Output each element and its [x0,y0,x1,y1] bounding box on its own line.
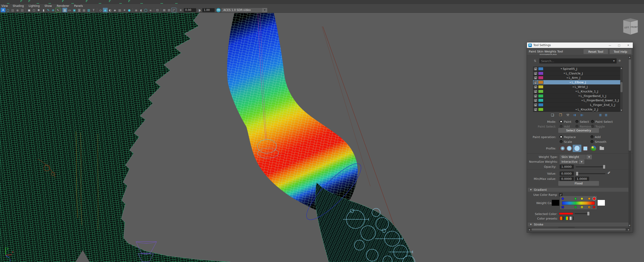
xray-icon[interactable]: ⊞ [162,8,167,12]
influence-row[interactable]: ▾ L_Knuckle_2_J [533,107,620,112]
menu-shading[interactable]: Shading [12,4,24,7]
menu-panels[interactable]: Panels [74,4,83,7]
scroll-down-icon[interactable]: ▼ [621,109,622,111]
lights-icon[interactable]: ☀ [122,8,127,12]
influence-row[interactable]: ▾ L_Arm_J [533,76,620,80]
move-weights-left-icon[interactable]: ⇇ [580,113,584,117]
copy-weights-icon[interactable]: ❏ [551,113,554,117]
selected-color-slider[interactable] [574,213,589,214]
brush-soft-icon[interactable] [566,145,572,151]
influence-row[interactable]: ▾ L_Knuckle_1_J [533,89,620,94]
ramp-delete-stop[interactable]: ✕ [574,206,577,208]
contrast-icon[interactable]: ◑ [197,8,202,12]
color-ramp-bar[interactable] [562,201,595,205]
color-preset-grayscale[interactable] [570,216,574,220]
menu-renderer[interactable]: Renderer [57,4,69,7]
joint-color-swatch[interactable] [538,90,544,93]
safe-action-icon[interactable]: ▥ [86,8,91,12]
flood-button[interactable]: Flood [558,181,599,186]
sort-list-icon[interactable]: ≣ [605,113,608,117]
normalize-weights-dropdown-arrow[interactable]: ▼ [579,159,584,164]
tree-expand-icon[interactable]: ▾ [567,77,568,79]
ambient-occlusion-icon[interactable]: ◉ [134,8,138,12]
lock-icon[interactable] [534,108,538,111]
scroll-up-icon[interactable]: ▲ [621,67,622,69]
section-collapse-icon[interactable]: ▼ [530,223,532,226]
scrollbar-thumb[interactable] [532,229,626,231]
airbrush-icon[interactable]: ✎ [46,8,51,12]
normalize-weights-dropdown[interactable]: Interactive [560,159,578,164]
value-slider[interactable] [576,173,605,174]
paint-select-icon[interactable]: ◉ [15,8,20,12]
snap-move-icon[interactable]: ⊕ [51,8,56,12]
op-smooth-radio[interactable] [590,140,594,143]
min-value-field[interactable]: 0.0000 [560,177,574,181]
scrollbar-thumb[interactable] [629,59,631,151]
brush-solid-icon[interactable] [574,145,580,151]
lock-icon[interactable] [534,72,538,75]
menu-view[interactable]: View [1,4,8,7]
pencil-tool-icon[interactable]: ✎ [56,8,60,12]
section-collapse-icon[interactable]: ▼ [530,189,532,191]
use-all-lights-icon[interactable]: ▩ [117,8,122,12]
browse-brush-folder-icon[interactable] [600,147,604,150]
op-add-radio[interactable] [590,135,594,138]
mode-paint-radio[interactable] [560,120,562,123]
value-field[interactable]: 0.0000 [560,171,574,176]
mode-paint-label[interactable]: Paint [564,120,571,124]
opacity-field[interactable]: 1.0000 [560,164,574,169]
weight-color-high-swatch[interactable] [597,200,605,206]
isolate-select-icon[interactable]: ⊡ [155,8,160,12]
textured-mode-icon[interactable]: ◈ [112,8,117,12]
mode-select-label[interactable]: Select [580,120,589,124]
joint-color-swatch[interactable] [538,94,544,98]
scroll-down-icon[interactable]: ▼ [629,225,630,227]
paste-weights-icon[interactable]: ❐ [559,113,562,117]
lock-icon[interactable] [534,85,538,89]
show-influence-icon[interactable]: ≣ [599,113,602,117]
joint-color-swatch[interactable] [538,81,544,84]
move-weights-right-icon[interactable]: ⇉ [573,113,576,117]
panel-vertical-scrollbar[interactable]: ▲ ▼ [628,56,631,227]
minimize-button[interactable]: — [605,42,614,48]
color-ramp-widget[interactable]: ✕ ✕ ✕ ✕ ✕ [560,196,597,209]
influence-list-scrollbar[interactable]: ▲ ▼ [620,67,623,112]
weight-type-dropdown-arrow[interactable]: ▼ [586,155,592,159]
op-smooth-label[interactable]: Smooth [595,140,606,143]
hammer-weights-icon[interactable]: ⚒ [566,113,569,117]
motion-blur-icon[interactable]: ◖ [138,8,143,12]
search-dropdown-arrow-icon[interactable]: ▼ [613,60,616,62]
joint-color-swatch[interactable] [538,67,544,71]
joint-color-swatch[interactable] [538,99,544,102]
mode-paint-select-label[interactable]: Paint Select [595,120,613,124]
joint-color-swatch[interactable] [538,72,544,75]
scroll-left-icon[interactable]: ◀ [528,229,530,231]
scroll-up-icon[interactable]: ▲ [629,56,630,58]
field-chart-icon[interactable]: ▩ [82,8,86,12]
ramp-stop-handle[interactable] [581,197,583,200]
wireframe-mode-icon[interactable]: ◇ [98,8,103,12]
op-scale-label[interactable]: Scale [564,140,572,143]
view-cube-front-label[interactable]: FRONT [631,26,638,28]
select-tool-icon[interactable]: A [1,8,6,12]
exposure-icon[interactable]: ✳ [178,8,183,12]
opacity-slider[interactable] [576,166,605,167]
lock-icon[interactable] [534,81,538,84]
influence-row[interactable]: ▾ Spine05_J [533,67,620,71]
camera-attributes-icon[interactable]: ✱ [36,8,41,12]
shadows-icon[interactable]: ● [127,8,132,12]
camera-lock-icon[interactable]: ◻ [32,8,36,12]
joint-color-swatch[interactable] [538,85,544,89]
ramp-stop-handle-selected[interactable] [593,197,596,200]
influence-row[interactable]: ▾ L_Wrist_J [533,85,620,89]
eyedropper-icon[interactable]: ✐ [608,171,610,175]
influence-row[interactable]: ▾ L_FingerBend_1_J [533,94,620,98]
color-space-dropdown[interactable]: ACES 1.0 SDR-video (sRGB) [222,8,262,12]
tool-help-button[interactable]: Tool Help [610,49,632,54]
max-value-field[interactable]: 1.0000 [575,177,589,181]
stroke-section-header[interactable]: ▼ Stroke [528,223,630,226]
antialias-icon[interactable]: ◯ [143,8,148,12]
ramp-delete-stop[interactable]: ✕ [562,206,564,208]
tree-expand-icon[interactable]: ▾ [564,72,565,74]
gradient-section-header[interactable]: ▼ Gradient [528,188,630,192]
